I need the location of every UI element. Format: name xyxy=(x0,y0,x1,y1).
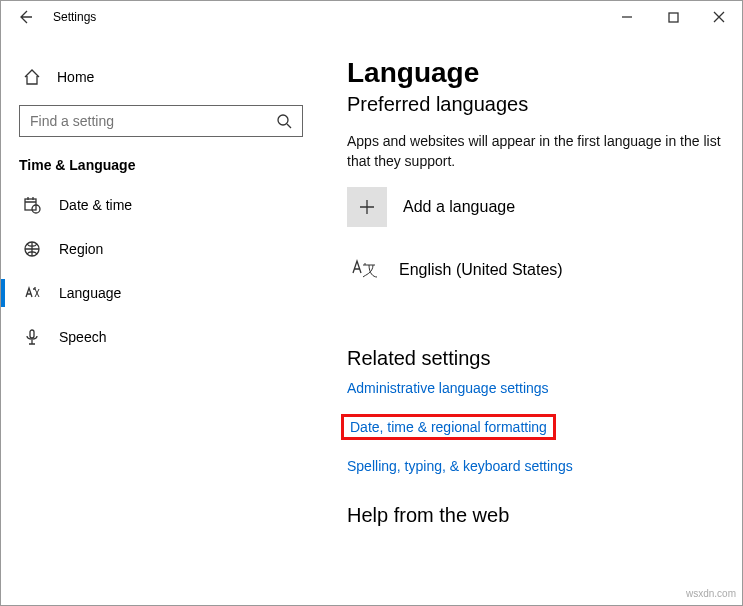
language-az-icon xyxy=(347,253,381,287)
sidebar-item-region[interactable]: Region xyxy=(1,227,321,271)
description-text: Apps and websites will appear in the fir… xyxy=(347,132,724,171)
sidebar-item-label: Date & time xyxy=(59,197,132,213)
search-field[interactable] xyxy=(20,113,266,129)
back-button[interactable] xyxy=(1,1,49,33)
svg-rect-0 xyxy=(669,13,678,22)
calendar-clock-icon xyxy=(23,196,41,214)
minimize-button[interactable] xyxy=(604,1,650,33)
search-icon xyxy=(266,113,302,129)
add-language-button[interactable]: Add a language xyxy=(347,187,724,227)
link-admin-lang-settings[interactable]: Administrative language settings xyxy=(347,380,549,396)
link-spelling-typing-keyboard[interactable]: Spelling, typing, & keyboard settings xyxy=(347,458,573,474)
sidebar-item-label: Language xyxy=(59,285,121,301)
close-icon xyxy=(713,11,725,23)
window-title: Settings xyxy=(49,10,96,24)
page-heading: Language xyxy=(347,57,724,89)
section-title: Time & Language xyxy=(1,137,321,183)
add-language-label: Add a language xyxy=(403,198,515,216)
sidebar-item-speech[interactable]: Speech xyxy=(1,315,321,359)
link-date-time-regional[interactable]: Date, time & regional formatting xyxy=(341,414,556,440)
svg-point-1 xyxy=(278,115,288,125)
svg-rect-2 xyxy=(25,199,36,210)
page-subheading: Preferred languages xyxy=(347,93,724,116)
main-content: Language Preferred languages Apps and we… xyxy=(321,33,742,605)
plus-icon xyxy=(347,187,387,227)
sidebar: Home Time & Language Date & time Region … xyxy=(1,33,321,605)
arrow-left-icon xyxy=(17,9,33,25)
home-icon xyxy=(23,68,41,86)
language-item[interactable]: English (United States) xyxy=(347,249,724,291)
language-icon xyxy=(23,284,41,302)
maximize-button[interactable] xyxy=(650,1,696,33)
related-settings-heading: Related settings xyxy=(347,347,724,370)
titlebar: Settings xyxy=(1,1,742,33)
svg-rect-5 xyxy=(30,330,34,338)
help-heading: Help from the web xyxy=(347,504,724,527)
home-button[interactable]: Home xyxy=(1,57,321,97)
globe-icon xyxy=(23,240,41,258)
watermark: wsxdn.com xyxy=(686,588,736,599)
sidebar-item-label: Speech xyxy=(59,329,106,345)
maximize-icon xyxy=(668,12,679,23)
sidebar-item-label: Region xyxy=(59,241,103,257)
microphone-icon xyxy=(23,328,41,346)
home-label: Home xyxy=(57,69,94,85)
minimize-icon xyxy=(621,11,633,23)
sidebar-item-language[interactable]: Language xyxy=(1,271,321,315)
search-input[interactable] xyxy=(19,105,303,137)
sidebar-item-date-time[interactable]: Date & time xyxy=(1,183,321,227)
close-button[interactable] xyxy=(696,1,742,33)
language-name: English (United States) xyxy=(399,261,563,279)
